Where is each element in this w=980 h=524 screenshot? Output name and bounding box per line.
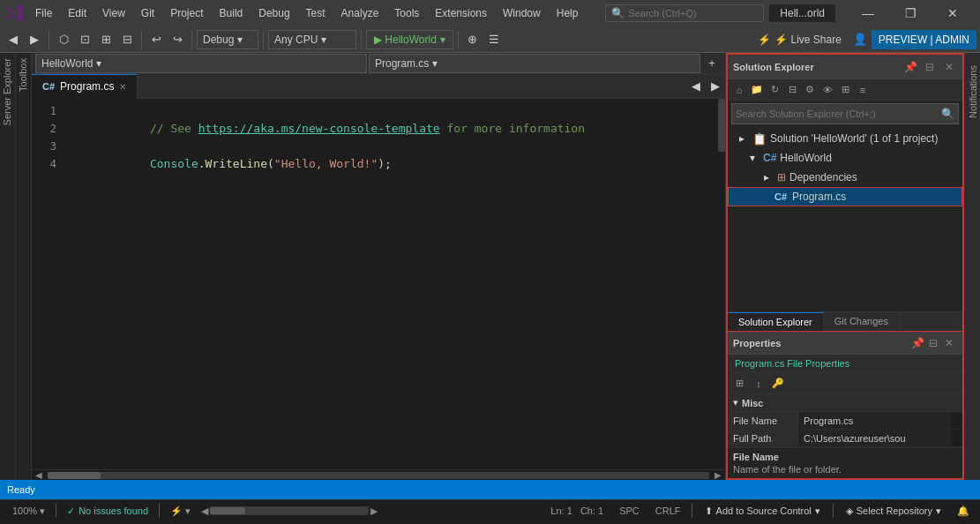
menu-help[interactable]: Help — [550, 4, 586, 22]
minimize-button[interactable]: — — [848, 0, 888, 26]
solution-search-bar[interactable]: 🔍 — [731, 103, 959, 124]
toolbar-btn1[interactable]: ⬡ — [54, 30, 73, 49]
notifications-label[interactable]: Notifications — [966, 60, 980, 124]
member-dropdown[interactable]: Program.cs ▾ — [369, 54, 700, 73]
editor-tab-bar: C# Program.cs ✕ ◀ ▶ — [32, 74, 725, 99]
hscroll-right[interactable]: ▶ — [711, 470, 725, 480]
tree-program-cs[interactable]: C# Program.cs — [728, 187, 962, 206]
user-icon[interactable]: 👤 — [850, 30, 870, 49]
toolbar-btn3[interactable]: ⊞ — [96, 30, 116, 49]
maximize-button[interactable]: ❐ — [890, 0, 931, 26]
debug-config-dropdown[interactable]: Debug ▾ — [197, 30, 258, 49]
tab-close-icon[interactable]: ✕ — [119, 82, 126, 92]
h-scrollbar-track[interactable] — [210, 506, 369, 515]
search-input[interactable] — [628, 8, 743, 19]
forward-button[interactable]: ▶ — [25, 30, 44, 49]
platform-dropdown[interactable]: Any CPU ▾ — [268, 30, 356, 49]
source-chevron: ▾ — [815, 505, 820, 517]
sol-settings-btn[interactable]: ≡ — [855, 82, 871, 98]
menu-view[interactable]: View — [95, 4, 132, 22]
code-line-1: 1 // See https://aka.ms/new-console-temp… — [32, 102, 714, 120]
tree-helloworld[interactable]: ▾ C# HelloWorld — [728, 148, 962, 168]
file-scope-dropdown[interactable]: HelloWorld ▾ — [35, 54, 367, 73]
prop-pin-btn[interactable]: 📌 — [909, 335, 925, 351]
global-search[interactable]: 🔍 — [605, 4, 764, 22]
sol-collapse-btn[interactable]: ⊟ — [784, 82, 800, 98]
sol-refresh-btn[interactable]: ↻ — [767, 82, 782, 98]
editor-scrollbar[interactable] — [714, 99, 725, 469]
deps-expand-icon: ▸ — [759, 171, 774, 183]
error-indicator[interactable]: ✓ No issues found — [62, 504, 153, 519]
menu-project[interactable]: Project — [163, 4, 210, 22]
spaces-indicator[interactable]: SPC — [614, 504, 645, 518]
action-btn[interactable]: ⚡ ▾ — [165, 504, 196, 519]
add-to-source-control-button[interactable]: ⬆ Add to Source Control ▾ — [698, 503, 827, 520]
prop-fullpath-label: Full Path — [728, 430, 798, 446]
add-file-button[interactable]: + — [702, 54, 722, 73]
undo-button[interactable]: ↩ — [146, 30, 166, 49]
close-panel-button[interactable]: ✕ — [941, 59, 957, 75]
live-share-button[interactable]: ⚡ ⚡ Live Share — [751, 31, 849, 49]
prop-key-btn[interactable]: 🔑 — [770, 376, 786, 392]
bottom-sep4 — [833, 504, 834, 518]
hscroll-track[interactable] — [48, 472, 709, 479]
redo-button[interactable]: ↪ — [168, 30, 187, 49]
code-editor[interactable]: 1 // See https://aka.ms/new-console-temp… — [32, 99, 714, 469]
tree-solution[interactable]: ▸ 📋 Solution 'HelloWorld' (1 of 1 projec… — [728, 129, 962, 148]
source-control-icon: ⬆ — [705, 505, 713, 517]
menu-window[interactable]: Window — [496, 4, 548, 22]
run-button[interactable]: ▶ HelloWorld ▾ — [366, 30, 453, 49]
sol-folder-btn[interactable]: 📁 — [749, 82, 765, 98]
toolbar-btn2[interactable]: ⊡ — [75, 30, 94, 49]
menu-git[interactable]: Git — [134, 4, 161, 22]
back-button[interactable]: ◀ — [4, 30, 23, 49]
line-col-indicator[interactable]: Ln: 1 Ch: 1 — [545, 504, 609, 518]
repo-icon: ◈ — [846, 505, 853, 517]
sol-filter-btn[interactable]: ⊞ — [837, 82, 853, 98]
menu-edit[interactable]: Edit — [61, 4, 94, 22]
dock-button[interactable]: ⊟ — [922, 59, 938, 75]
bottom-right-section: Ln: 1 Ch: 1 SPC CRLF ⬆ Add to Source Con… — [545, 503, 973, 520]
tab-solution-explorer[interactable]: Solution Explorer — [728, 312, 824, 331]
notification-bell[interactable]: 🔔 — [954, 504, 973, 519]
hscroll-left[interactable]: ◀ — [32, 470, 46, 480]
prop-close-btn[interactable]: ✕ — [941, 335, 957, 351]
line-ending-indicator[interactable]: CRLF — [650, 504, 686, 518]
tab-git-changes[interactable]: Git Changes — [824, 312, 900, 331]
attach-button[interactable]: ⊕ — [463, 30, 483, 49]
editor-scroll-left[interactable]: ◀ — [686, 77, 706, 96]
pin-button[interactable]: 📌 — [902, 59, 918, 75]
menu-tools[interactable]: Tools — [387, 4, 426, 22]
sol-show-all-btn[interactable]: 👁 — [819, 82, 835, 98]
preview-admin-button[interactable]: PREVIEW | ADMIN — [872, 30, 976, 49]
tab-program-cs[interactable]: C# Program.cs ✕ — [32, 74, 138, 99]
toolbox-tab[interactable]: Toolbox — [16, 53, 32, 480]
zoom-control[interactable]: 100% ▾ — [7, 504, 50, 519]
profiler-button[interactable]: ☰ — [484, 30, 504, 49]
menu-build[interactable]: Build — [213, 4, 251, 22]
solution-bottom-tabs: Solution Explorer Git Changes — [728, 311, 962, 331]
server-explorer-label[interactable]: Server Explorer — [0, 53, 15, 131]
notifications-tab[interactable]: Notifications — [964, 53, 980, 480]
solution-toolbar: ⌂ 📁 ↻ ⊟ ⚙ 👁 ⊞ ≡ — [728, 79, 962, 101]
menu-extensions[interactable]: Extensions — [428, 4, 494, 22]
select-repository-button[interactable]: ◈ Select Repository ▾ — [839, 503, 948, 520]
prop-grid-btn[interactable]: ⊞ — [731, 376, 747, 392]
prop-sort-btn[interactable]: ↕ — [751, 376, 767, 392]
prop-dock-btn[interactable]: ⊟ — [925, 335, 941, 351]
sol-props-btn[interactable]: ⚙ — [802, 82, 818, 98]
menu-file[interactable]: File — [28, 4, 59, 22]
scrollbar-thumb — [718, 99, 725, 152]
toolbar-sep5 — [361, 31, 362, 49]
close-button[interactable]: ✕ — [932, 0, 973, 26]
menu-debug[interactable]: Debug — [251, 4, 296, 22]
sol-home-btn[interactable]: ⌂ — [731, 82, 747, 98]
menu-analyze[interactable]: Analyze — [334, 4, 386, 22]
toolbar-btn4[interactable]: ⊟ — [117, 30, 137, 49]
toolbox-label[interactable]: Toolbox — [16, 53, 31, 97]
server-explorer-tab[interactable]: Server Explorer — [0, 53, 16, 480]
tree-dependencies[interactable]: ▸ ⊞ Dependencies — [728, 168, 962, 187]
menu-test[interactable]: Test — [299, 4, 333, 22]
solution-search-input[interactable] — [736, 109, 938, 119]
editor-scroll-right[interactable]: ▶ — [706, 77, 725, 96]
